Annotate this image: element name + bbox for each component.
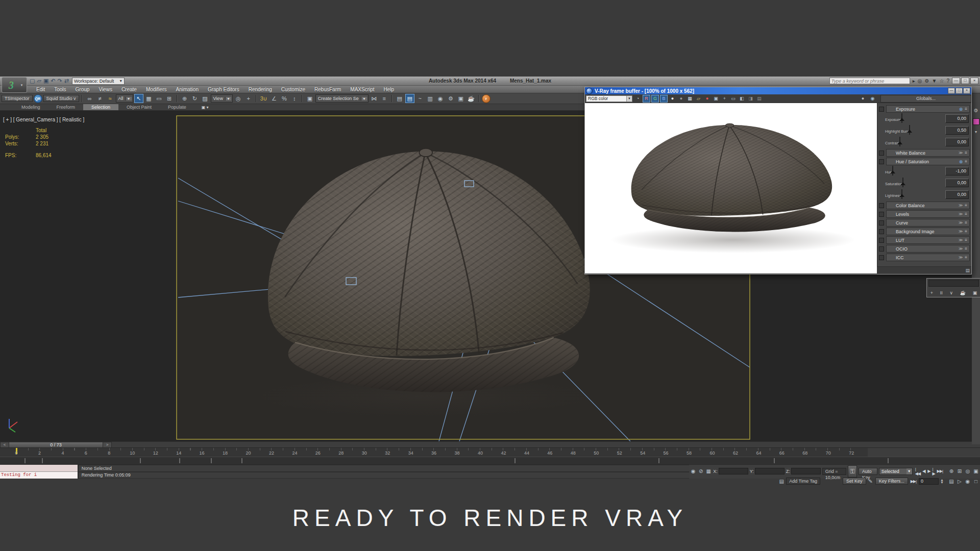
search-input[interactable] (829, 78, 910, 84)
menu-item-customize[interactable]: Customize (277, 87, 310, 92)
absolute-mode-icon[interactable]: ▦ (705, 468, 712, 474)
menu-item-graph-editors[interactable]: Graph Editors (203, 87, 244, 92)
section-checkbox[interactable] (879, 220, 884, 226)
channel-dropdown[interactable]: RGB color▼ (586, 95, 632, 102)
key-filters-button[interactable]: Key Filters... (875, 478, 908, 485)
render-setup-icon[interactable]: ⚙ (446, 94, 455, 103)
play-button[interactable]: ▶ (926, 469, 931, 473)
bind-to-space-warp-icon[interactable]: ≈ (106, 94, 115, 103)
communication-center-icon[interactable]: ▼ (932, 79, 937, 84)
help-wrench-icon[interactable]: ⚙ (925, 79, 929, 84)
dialog-icon[interactable]: ▣ (973, 290, 977, 295)
new-key-pen-icon[interactable]: ✎ (868, 479, 874, 484)
expand-icon[interactable]: ≫ (959, 238, 963, 242)
section-curve[interactable]: Curve≫≡ (879, 219, 970, 227)
qr-button[interactable]: QR (34, 94, 42, 103)
compare-vertical-button[interactable]: ◨ (747, 95, 754, 103)
layer-manager-icon[interactable]: ▤ (395, 94, 404, 103)
frame-spinner[interactable]: ▲▼ (940, 479, 944, 484)
previous-frame-button[interactable]: ◀| (921, 469, 926, 473)
slider-value-field[interactable]: 0,00 (945, 179, 969, 187)
key-selection-dropdown[interactable]: Selected▼ (879, 468, 913, 475)
slider-contrast[interactable]: Contrast0,00 (885, 137, 969, 146)
mirror-icon[interactable]: ⋈ (370, 94, 379, 103)
slider-value-field[interactable]: -1,00 (945, 167, 969, 176)
utilities-hammer-icon[interactable]: ⚙ (974, 108, 978, 113)
menu-item-group[interactable]: Group (71, 87, 94, 92)
stamp-icon[interactable]: ▤ (965, 268, 970, 273)
region-render-button[interactable]: ▭ (729, 95, 737, 103)
add-time-tag[interactable]: Add Time Tag (786, 478, 820, 485)
section-menu-icon[interactable]: ≡ (965, 246, 967, 251)
select-by-name-icon[interactable]: ▦ (144, 94, 154, 103)
section-menu-icon[interactable]: ≡ (965, 238, 967, 242)
tab-populate[interactable]: Populate (160, 104, 194, 110)
slider-track[interactable] (899, 137, 900, 146)
section-ocio[interactable]: OCIO≫≡ (879, 245, 970, 253)
clamp-colors-icon[interactable]: ◔ (634, 95, 642, 103)
schematic-view-icon[interactable]: ▥ (426, 94, 435, 103)
panel-dropdown-arrow[interactable]: ▼ (974, 130, 978, 134)
pause-icon[interactable]: II (940, 290, 943, 295)
track-mouse-button[interactable]: + (721, 95, 728, 103)
menu-item-views[interactable]: Views (94, 87, 117, 92)
select-and-link-icon[interactable]: ∞ (85, 94, 94, 103)
slider-marker[interactable] (890, 170, 895, 173)
duplicate-to-host-button[interactable]: ▣ (712, 95, 720, 103)
window-crossing-icon[interactable]: ⊞ (165, 94, 174, 103)
minimize-button[interactable]: — (952, 78, 960, 84)
slider-value-field[interactable]: 0,00 (945, 138, 969, 146)
maximize-viewport-icon[interactable]: □ (973, 479, 979, 484)
undo-icon[interactable]: ↶ (51, 78, 55, 84)
rendered-frame-window-icon[interactable]: ▣ (456, 94, 465, 103)
select-and-scale-icon[interactable]: ▨ (201, 94, 210, 103)
listener-pane[interactable]: Testing for i (0, 472, 78, 479)
application-menu-button[interactable]: 3 ▾ (2, 77, 27, 93)
timeline-ruler[interactable]: 0246810121416182022242628303234363840424… (0, 447, 980, 457)
restore-button[interactable]: □ (961, 78, 969, 84)
menu-item-create[interactable]: Create (117, 87, 141, 92)
material-editor-icon[interactable]: ◉ (436, 94, 445, 103)
z-coordinate-field[interactable] (791, 468, 821, 474)
section-icc[interactable]: ICC≫≡ (879, 254, 970, 261)
slider-track[interactable] (909, 125, 910, 135)
vfb-close-button[interactable]: × (963, 88, 970, 94)
use-pivot-point-icon[interactable]: ◎ (234, 94, 243, 103)
expand-icon[interactable]: ≫ (959, 220, 963, 225)
section-menu-icon[interactable]: ≡ (965, 203, 967, 208)
pin-icon[interactable]: + (930, 290, 933, 295)
slider-highlight-burn[interactable]: Highlight Burn0,50 (885, 126, 969, 135)
zoom-region-icon[interactable]: ▤ (948, 479, 954, 484)
menu-item-modifiers[interactable]: Modifiers (141, 87, 172, 92)
curve-editor-icon[interactable]: ~ (415, 94, 425, 103)
slider-marker[interactable] (899, 118, 904, 121)
track-bar[interactable] (0, 457, 980, 464)
set-key-button[interactable]: Set Key (843, 478, 866, 485)
slider-track[interactable] (901, 113, 902, 123)
favorites-star-icon[interactable]: ☆ (939, 79, 944, 84)
maxscript-mini-listener[interactable]: Testing for i (0, 465, 78, 479)
clear-image-button[interactable]: ● (703, 95, 711, 103)
current-frame-field[interactable]: 0 (919, 478, 939, 485)
section-menu-icon[interactable]: ≡ (965, 151, 967, 155)
angle-snap-icon[interactable]: ∠ (270, 94, 279, 103)
vfb-title-bar[interactable]: V-Ray frame buffer - [100% of 1000 x 562… (585, 87, 971, 94)
section-checkbox[interactable] (879, 238, 884, 243)
monochrome-button[interactable]: ● (677, 95, 685, 103)
project-folder-icon[interactable]: ⇄ (64, 78, 69, 84)
section-menu-icon[interactable]: ≡ (965, 255, 967, 260)
red-channel-button[interactable]: R (643, 95, 650, 103)
go-to-start-button[interactable]: |◀◀ (914, 467, 921, 476)
slider-marker[interactable] (899, 194, 904, 197)
graphite-ribbon-icon[interactable]: ▤ (405, 94, 414, 103)
expand-icon[interactable]: ≫ (959, 203, 963, 208)
named-selection-sets-icon[interactable]: ▣ (305, 94, 314, 103)
section-exposure[interactable]: Exposure⊗≡ (879, 105, 970, 113)
zoom-all-icon[interactable]: ⊞ (957, 468, 963, 474)
expand-icon[interactable]: ≫ (959, 151, 963, 155)
go-to-end-button[interactable]: ▶▶| (936, 469, 944, 473)
ior-sphere-icon[interactable]: ● (859, 95, 867, 103)
load-image-button[interactable]: ▱ (695, 95, 702, 103)
render-production-icon[interactable]: ☕ (467, 94, 476, 103)
menu-item-rebusfarm[interactable]: RebusFarm (310, 87, 346, 92)
